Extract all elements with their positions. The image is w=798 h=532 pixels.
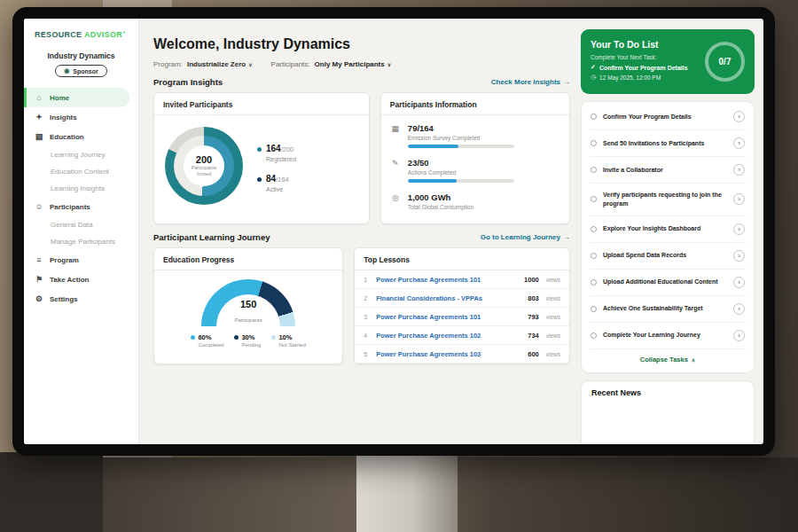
chevron-right-icon[interactable]: › [733, 137, 745, 149]
sidebar-item-take-action[interactable]: ⚑ Take Action [24, 270, 138, 289]
program-select[interactable]: Industrialize Zero ∨ [187, 60, 253, 68]
nav-label: Education Content [51, 168, 109, 176]
legend-item-not-started: 10% Not Started [271, 333, 305, 348]
participants-select-value: Only My Participants [315, 60, 385, 68]
home-icon: ⌂ [35, 93, 43, 102]
lesson-link[interactable]: Power Purchase Agreements 103 [376, 350, 522, 358]
lesson-views: 734 [528, 332, 539, 340]
todo-task[interactable]: Explore Your Insights Dashboard › [590, 216, 746, 243]
lesson-link[interactable]: Power Purchase Agreements 101 [376, 276, 519, 284]
nav-label: Settings [50, 295, 78, 303]
legend-value: 10% [278, 333, 292, 341]
nav-label: Learning Insights [51, 184, 105, 192]
clock-icon: ◷ [591, 74, 596, 81]
sidebar-item-settings[interactable]: ⚙ Settings [24, 289, 138, 309]
info-stats: ▦ 79/164 Emission Survey Completed ✎ [381, 115, 569, 214]
lesson-row[interactable]: 2 Financial Considerations - VPPAs 803 v… [355, 289, 569, 308]
link-label: Go to Learning Journey [481, 233, 560, 241]
checkbox-icon[interactable] [591, 167, 597, 173]
todo-task[interactable]: Verify participants requesting to join t… [590, 184, 746, 216]
learning-journey-title: Participant Learning Journey [153, 232, 270, 242]
sidebar-item-participants[interactable]: ☺ Participants [24, 197, 138, 216]
card-title: Top Lessons [355, 248, 569, 270]
filter-bar: Program: Industrialize Zero ∨ Participan… [153, 60, 570, 68]
lesson-row[interactable]: 5 Power Purchase Agreements 103 600 view… [355, 345, 569, 364]
todo-progress-ring: 0/7 [705, 42, 745, 82]
checkbox-icon[interactable] [591, 332, 597, 339]
collapse-tasks-link[interactable]: Collapse Tasks ∧ [590, 349, 746, 371]
lesson-views: 803 [528, 294, 539, 302]
lesson-rank: 4 [364, 332, 371, 339]
chevron-right-icon[interactable]: › [733, 330, 745, 341]
checkbox-icon[interactable] [591, 253, 597, 259]
gear-icon: ⚙ [35, 294, 43, 303]
legend-dot-registered [257, 147, 262, 152]
chevron-right-icon[interactable]: › [733, 193, 745, 205]
nav-label: Manage Participants [51, 238, 115, 246]
checkbox-icon[interactable] [591, 279, 597, 286]
todo-progress-value: 0/7 [719, 57, 732, 66]
lesson-row[interactable]: 1 Power Purchase Agreements 101 1000 vie… [355, 270, 569, 289]
todo-task[interactable]: Upload Spend Data Records › [590, 243, 746, 270]
sidebar-item-manage-participants[interactable]: Manage Participants [24, 233, 138, 250]
sidebar-item-program[interactable]: ≡ Program [24, 250, 138, 270]
todo-task[interactable]: Confirm Your Program Details › [590, 104, 746, 130]
checkbox-icon[interactable] [591, 113, 597, 120]
nav-label: Home [50, 94, 69, 102]
sidebar-item-insights[interactable]: ✦ Insights [24, 107, 138, 127]
checkbox-icon[interactable] [591, 226, 597, 232]
donut-center-label: Participants Invited [187, 165, 221, 176]
donut-center-value: 200 [196, 154, 212, 165]
sidebar-item-learning-journey[interactable]: Learning Journey [24, 146, 138, 163]
lesson-link[interactable]: Financial Considerations - VPPAs [376, 294, 522, 302]
chevron-right-icon[interactable]: › [733, 164, 745, 176]
sidebar-item-learning-insights[interactable]: Learning Insights [24, 180, 138, 197]
learning-cards-row: Education Progress 150 Participants [153, 247, 570, 364]
legend-label: Registered [266, 156, 296, 162]
check-more-insights-link[interactable]: Check More Insights → [491, 78, 570, 86]
chevron-right-icon[interactable]: › [733, 223, 745, 235]
task-label: Confirm Your Program Details [603, 113, 727, 121]
flag-icon: ⚑ [35, 275, 43, 284]
lesson-views-unit: views [546, 277, 560, 283]
lesson-row[interactable]: 4 Power Purchase Agreements 102 734 view… [355, 326, 569, 345]
todo-subtitle: Complete Your Next Task: [591, 54, 688, 60]
todo-task[interactable]: Send 50 Invitations to Participants › [590, 130, 746, 157]
chevron-right-icon[interactable]: › [733, 111, 745, 122]
lesson-views: 1000 [524, 276, 539, 284]
checkbox-icon[interactable] [591, 140, 597, 146]
lesson-link[interactable]: Power Purchase Agreements 102 [376, 332, 522, 340]
todo-task[interactable]: Upload Additional Educational Content › [590, 270, 746, 296]
collapse-label: Collapse Tasks [640, 356, 688, 364]
sponsor-icon: ◉ [64, 67, 69, 74]
lesson-row[interactable]: 3 Power Purchase Agreements 101 793 view… [355, 308, 569, 326]
lesson-link[interactable]: Power Purchase Agreements 101 [376, 313, 522, 321]
check-circle-icon: ✓ [591, 64, 596, 71]
chevron-right-icon[interactable]: › [733, 250, 745, 262]
sidebar-item-home[interactable]: ⌂ Home [24, 88, 129, 107]
sponsor-badge[interactable]: ◉ Sponsor [55, 65, 107, 77]
location-icon: ◎ [390, 192, 401, 214]
stat-value: 23/50 [408, 158, 514, 168]
todo-task[interactable]: Complete Your Learning Journey › [590, 323, 746, 349]
todo-task[interactable]: Invite a Collaborator › [590, 157, 746, 184]
checkbox-icon[interactable] [591, 196, 597, 202]
participants-select[interactable]: Only My Participants ∨ [315, 60, 392, 68]
top-lessons-card: Top Lessons 1 Power Purchase Agreements … [354, 247, 570, 364]
logo-text-advisor: ADVISOR [84, 30, 122, 39]
lesson-views: 793 [528, 313, 539, 321]
checkbox-icon[interactable] [591, 306, 597, 312]
chevron-right-icon[interactable]: › [733, 303, 745, 315]
go-to-learning-journey-link[interactable]: Go to Learning Journey → [481, 233, 570, 241]
monitor-stand [356, 456, 458, 532]
lesson-rank: 2 [364, 295, 371, 301]
todo-task[interactable]: Achieve One Sustainability Target › [590, 296, 746, 323]
sidebar-item-general-data[interactable]: General Data [24, 216, 138, 233]
sidebar-item-education[interactable]: ▤ Education [24, 127, 138, 146]
task-label: Send 50 Invitations to Participants [603, 139, 727, 148]
sidebar-item-education-content[interactable]: Education Content [24, 163, 138, 180]
chevron-right-icon[interactable]: › [733, 277, 745, 288]
program-select-value: Industrialize Zero [187, 60, 246, 68]
lesson-views-unit: views [546, 351, 560, 357]
participants-filter-label: Participants: [271, 60, 310, 68]
